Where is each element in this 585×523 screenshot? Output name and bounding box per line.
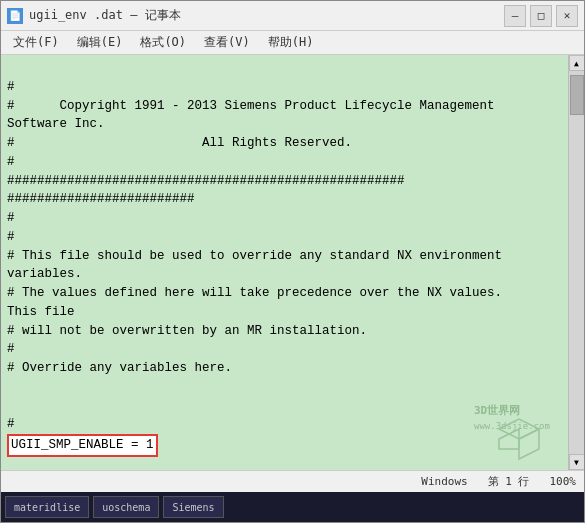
line-10: # This file should be used to override a…: [7, 249, 502, 263]
status-position: 第 1 行: [488, 474, 530, 489]
close-button[interactable]: ✕: [556, 5, 578, 27]
menu-view[interactable]: 查看(V): [196, 32, 258, 53]
line-14: # will not be overwritten by an MR insta…: [7, 324, 367, 338]
menu-file[interactable]: 文件(F): [5, 32, 67, 53]
taskbar-btn-1[interactable]: materidlise: [5, 496, 89, 518]
line-1: #: [7, 80, 15, 94]
ugii-smp-enable: UGII_SMP_ENABLE = 1: [7, 434, 158, 457]
blank-1: [7, 380, 15, 394]
taskbar-btn-3[interactable]: Siemens: [163, 496, 223, 518]
status-bar: Windows 第 1 行 100%: [1, 470, 584, 492]
scroll-thumb[interactable]: [570, 75, 584, 115]
status-zoom: 100%: [550, 475, 577, 488]
vertical-scrollbar[interactable]: ▲ ▼: [568, 55, 584, 470]
line-11: variables.: [7, 267, 82, 281]
menu-bar: 文件(F) 编辑(E) 格式(O) 查看(V) 帮助(H): [1, 31, 584, 55]
taskbar: materidlise uoschema Siemens: [1, 492, 584, 522]
line-6: ########################################…: [7, 174, 405, 188]
scroll-up-arrow[interactable]: ▲: [569, 55, 585, 71]
notepad-window: 📄 ugii_env .dat — 记事本 — □ ✕ 文件(F) 编辑(E) …: [0, 0, 585, 523]
title-buttons: — □ ✕: [504, 5, 578, 27]
menu-help[interactable]: 帮助(H): [260, 32, 322, 53]
highlighted-line: UGII_SMP_ENABLE = 1: [7, 438, 158, 452]
line-9: #: [7, 230, 15, 244]
title-bar-left: 📄 ugii_env .dat — 记事本: [7, 7, 181, 24]
line-3: Software Inc.: [7, 117, 105, 131]
status-windows: Windows: [421, 475, 467, 488]
taskbar-btn-2[interactable]: uoschema: [93, 496, 159, 518]
menu-edit[interactable]: 编辑(E): [69, 32, 131, 53]
app-icon: 📄: [7, 8, 23, 24]
minimize-button[interactable]: —: [504, 5, 526, 27]
line-7: #########################: [7, 192, 195, 206]
line-4: # All Rights Reserved.: [7, 136, 352, 150]
line-2: # Copyright 1991 - 2013 Siemens Product …: [7, 99, 495, 113]
line-16: # Override any variables here.: [7, 361, 232, 375]
menu-format[interactable]: 格式(O): [132, 32, 194, 53]
line-12: # The values defined here will take prec…: [7, 286, 502, 300]
line-hash: #: [7, 417, 15, 431]
line-13: This file: [7, 305, 75, 319]
line-5: #: [7, 155, 15, 169]
scroll-down-arrow[interactable]: ▼: [569, 454, 585, 470]
text-editor[interactable]: # # Copyright 1991 - 2013 Siemens Produc…: [1, 55, 568, 470]
maximize-button[interactable]: □: [530, 5, 552, 27]
blank-2: [7, 399, 15, 413]
window-title: ugii_env .dat — 记事本: [29, 7, 181, 24]
line-8: #: [7, 211, 15, 225]
title-bar: 📄 ugii_env .dat — 记事本 — □ ✕: [1, 1, 584, 31]
scroll-track[interactable]: [569, 71, 584, 454]
content-area: # # Copyright 1991 - 2013 Siemens Produc…: [1, 55, 584, 470]
line-15: #: [7, 342, 15, 356]
